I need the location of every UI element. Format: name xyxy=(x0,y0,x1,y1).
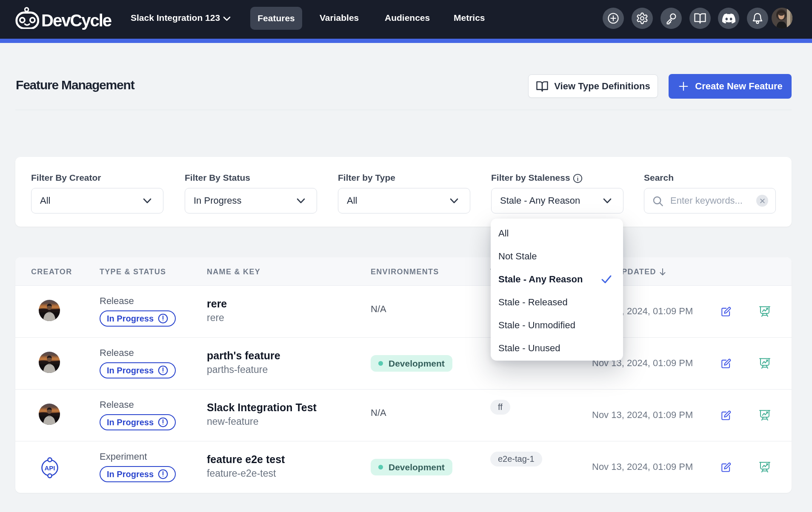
svg-text:API: API xyxy=(44,464,55,472)
